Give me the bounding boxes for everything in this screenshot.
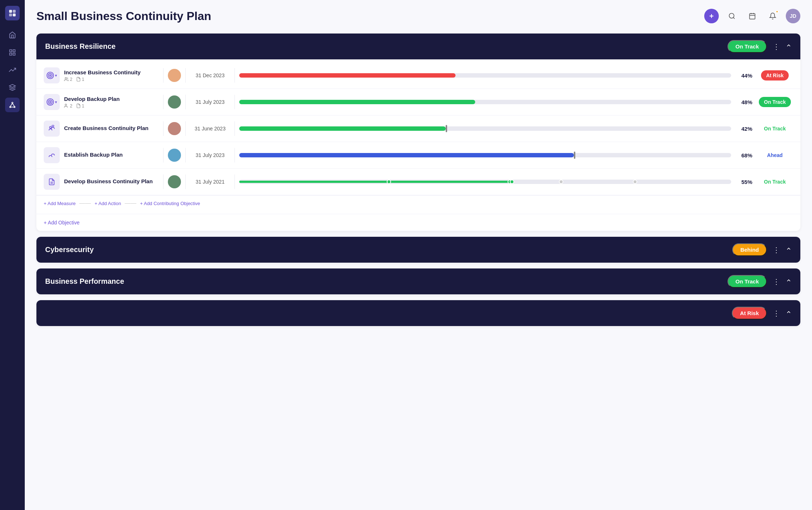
search-button[interactable]: [725, 9, 739, 23]
progress-percentage: 44%: [736, 72, 752, 79]
objective-icon: [44, 121, 60, 137]
svg-point-23: [47, 72, 54, 79]
divider: [185, 148, 186, 162]
section-header-4: At Risk ⋮: [36, 300, 800, 326]
section-status-badge[interactable]: On Track: [728, 275, 767, 288]
section-header-business-performance: Business Performance On Track ⋮: [36, 268, 800, 294]
objective-date: 31 July 2023: [190, 152, 230, 158]
objective-meta: 2 1: [64, 103, 159, 109]
sidebar-item-home[interactable]: [5, 28, 20, 42]
add-action-link[interactable]: + Add Action: [95, 201, 121, 206]
svg-rect-3: [13, 13, 16, 16]
section-collapse-button[interactable]: [786, 246, 792, 254]
avatar: [168, 69, 181, 82]
calendar-button[interactable]: [745, 9, 760, 23]
section-collapse-button[interactable]: [786, 278, 792, 285]
svg-point-26: [65, 78, 67, 79]
svg-point-9: [12, 102, 13, 103]
svg-marker-8: [9, 85, 16, 87]
sidebar-item-trending[interactable]: [5, 63, 20, 77]
svg-rect-1: [13, 10, 16, 13]
avatar: [168, 149, 181, 162]
status-badge: On Track: [759, 97, 791, 107]
add-objective-link[interactable]: + Add Objective: [44, 220, 79, 225]
people-count: 2: [64, 77, 72, 82]
objective-info: Create Business Continuity Plan: [64, 125, 159, 133]
objective-meta: 2 1: [64, 77, 159, 82]
svg-line-13: [12, 103, 15, 106]
section-menu-button[interactable]: ⋮: [771, 42, 781, 51]
add-measure-link[interactable]: + Add Measure: [44, 201, 76, 206]
divider: [163, 174, 163, 189]
sidebar-logo[interactable]: [5, 6, 20, 20]
objective-name: Create Business Continuity Plan: [64, 125, 159, 131]
progress-section: 68%: [239, 152, 752, 158]
divider: [234, 174, 235, 189]
objective-name: Develop Business Continuity Plan: [64, 178, 159, 184]
sidebar-item-charts[interactable]: [5, 45, 20, 60]
progress-percentage: 68%: [736, 152, 752, 158]
objective-info: Increase Business Continuity 2: [64, 69, 159, 82]
progress-section: 48%: [239, 99, 752, 105]
svg-point-31: [50, 126, 51, 128]
section-status-badge[interactable]: On Track: [728, 40, 767, 53]
svg-line-12: [10, 103, 12, 106]
avatar: [168, 122, 181, 135]
sidebar-item-layers[interactable]: [5, 80, 20, 95]
add-contributing-objective-link[interactable]: + Add Contributing Objective: [140, 201, 200, 206]
progress-marker: [446, 125, 447, 132]
svg-point-30: [65, 104, 67, 106]
progress-fill: [239, 153, 574, 157]
svg-point-28: [48, 100, 52, 104]
header-actions: JD: [704, 9, 800, 23]
user-avatar[interactable]: JD: [786, 9, 800, 23]
avatar: [168, 95, 181, 109]
divider: [163, 121, 163, 136]
notification-button[interactable]: [765, 9, 780, 23]
svg-rect-6: [10, 53, 12, 55]
section-menu-button[interactable]: ⋮: [771, 246, 781, 254]
divider: [163, 95, 163, 109]
section-header-right: On Track ⋮: [728, 275, 792, 288]
divider: [234, 121, 235, 136]
objective-name: Develop Backup Plan: [64, 96, 159, 102]
objective-icon: ▾: [44, 67, 60, 83]
progress-section: 55%: [239, 179, 752, 185]
action-count: 1: [76, 77, 84, 82]
table-row: ▾ Develop Backup Plan 2: [36, 89, 800, 115]
progress-section: 44%: [239, 72, 752, 79]
sidebar-item-network[interactable]: [5, 98, 20, 112]
svg-point-25: [50, 75, 51, 76]
table-row: ▾ Increase Business Continuity 2: [36, 62, 800, 89]
objectives-container: ▾ Increase Business Continuity 2: [36, 59, 800, 214]
objective-status: On Track: [757, 99, 793, 105]
section-4: At Risk ⋮: [36, 300, 800, 326]
progress-bar: [239, 180, 731, 184]
svg-rect-2: [9, 13, 12, 16]
section-collapse-button[interactable]: [786, 43, 792, 50]
add-objective-row: + Add Objective: [36, 214, 800, 231]
people-count: 2: [64, 103, 72, 109]
section-header-right: On Track ⋮: [728, 40, 792, 53]
section-collapse-button[interactable]: [786, 309, 792, 317]
svg-rect-5: [13, 50, 15, 52]
progress-bar: [239, 100, 731, 104]
section-header-cybersecurity: Cybersecurity Behind ⋮: [36, 237, 800, 263]
add-button[interactable]: [704, 9, 719, 23]
section-status-badge[interactable]: At Risk: [732, 307, 767, 319]
section-status-badge[interactable]: Behind: [732, 243, 767, 256]
progress-bar: [239, 153, 731, 157]
sidebar: [0, 0, 25, 510]
notification-dot: [776, 10, 779, 13]
section-menu-button[interactable]: ⋮: [771, 277, 781, 286]
section-title: Business Resilience: [45, 42, 115, 51]
section-menu-button[interactable]: ⋮: [771, 309, 781, 318]
svg-line-18: [733, 17, 735, 19]
svg-rect-19: [750, 13, 755, 19]
section-business-performance: Business Performance On Track ⋮: [36, 268, 800, 294]
progress-fill: [239, 100, 475, 104]
objective-date: 31 July 2021: [190, 179, 230, 185]
progress-percentage: 42%: [736, 126, 752, 132]
progress-percentage: 55%: [736, 179, 752, 185]
svg-rect-4: [10, 50, 12, 52]
